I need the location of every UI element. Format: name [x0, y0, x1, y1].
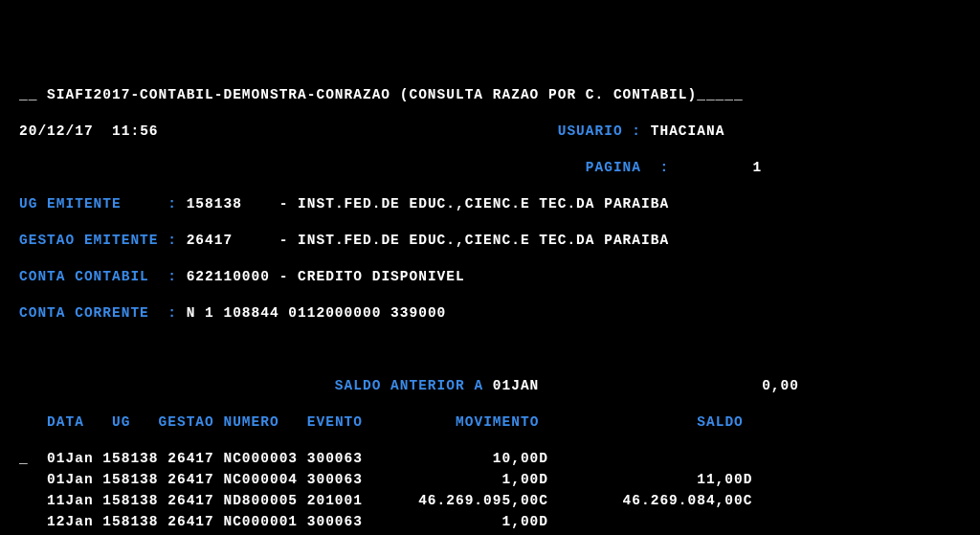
table-row[interactable]: _ 01Jan 158138 26417 NC000003 300063 10,…: [19, 448, 961, 469]
table-row[interactable]: 12Jan 158138 26417 NC000001 300063 1,00D: [19, 511, 961, 532]
screen-title: __ SIAFI2017-CONTABIL-DEMONSTRA-CONRAZAO…: [19, 84, 961, 105]
ug-emitente: UG EMITENTE : 158138 - INST.FED.DE EDUC.…: [19, 193, 961, 214]
header-line2: 20/12/17 11:56 USUARIO : THACIANA: [19, 121, 961, 142]
saldo-anterior: SALDO ANTERIOR A 01JAN 0,00: [19, 375, 961, 396]
gestao-emitente: GESTAO EMITENTE : 26417 - INST.FED.DE ED…: [19, 230, 961, 251]
table-row[interactable]: 01Jan 158138 26417 NC000004 300063 1,00D…: [19, 469, 961, 490]
table-row[interactable]: 11Jan 158138 26417 ND800005 201001 46.26…: [19, 490, 961, 511]
conta-corrente: CONTA CORRENTE : N 1 108844 0112000000 3…: [19, 302, 961, 323]
header-line3: PAGINA : 1: [19, 157, 961, 178]
conta-contabil: CONTA CONTABIL : 622110000 - CREDITO DIS…: [19, 266, 961, 287]
column-headers: DATA UG GESTAO NUMERO EVENTO MOVIMENTO S…: [19, 412, 961, 433]
blank-line: [19, 339, 961, 360]
